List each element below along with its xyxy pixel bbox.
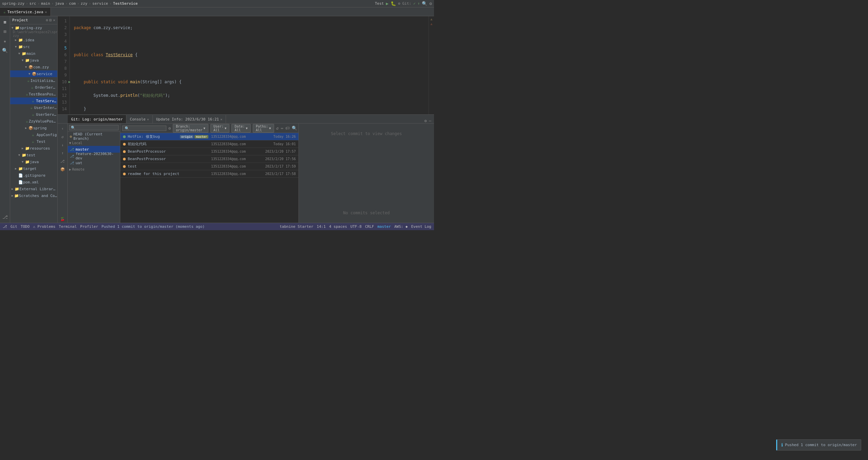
tree-zzyvaluepostprocessor[interactable]: ☕ ZzyValuePostProcessor [10,118,57,125]
tab-update-info[interactable]: Update Info: 2023/6/30 16:21 ✕ [153,115,226,123]
status-git-label[interactable]: Git [11,224,17,229]
tree-target[interactable]: ▶ 📁 target [10,165,57,172]
status-problems-label[interactable]: ⚠ Problems [33,224,55,229]
breadcrumb-main[interactable]: main [41,1,50,6]
git-stash-icon[interactable]: 📦 [59,166,66,173]
commit-row-3[interactable]: BeanPostProcessor 1351228334@qq.com 2023… [120,155,298,163]
tree-com-zzy[interactable]: ▼ 📦 com.zzy [10,64,57,70]
breadcrumb-src[interactable]: src [29,1,36,6]
code-content[interactable]: package com.zzy.service; public class Te… [70,16,429,114]
tree-testservice[interactable]: ☕ TestService [10,97,57,104]
git-refresh-commits-icon[interactable]: ↺ [276,126,279,131]
run-button[interactable]: ▶ [386,1,389,6]
tree-initializationbean[interactable]: ☕ InitializationBean [10,77,57,84]
coverage-button[interactable]: ⚙ [398,1,400,6]
breadcrumb-com[interactable]: com [69,1,76,6]
panel-minimize-icon[interactable]: — [429,118,431,123]
breadcrumb-java[interactable]: java [55,1,64,6]
tree-userinterface[interactable]: ☕ UserInterface [10,104,57,111]
tree-src[interactable]: ▼ 📁 src [10,43,57,50]
commit-row-5[interactable]: readme for this project 1351228334@qq.co… [120,170,298,178]
git-uat-branch[interactable]: ⎇ uat [68,159,120,166]
git-head-branch[interactable]: ⊙ HEAD (Current Branch) [68,133,120,140]
status-encoding[interactable]: UTF-8 [350,224,361,229]
sidebar-collapse-icon[interactable]: ⊟ [49,18,52,22]
sidebar-close-icon[interactable]: ✕ [53,18,55,22]
git-tree-search-input[interactable] [69,125,119,130]
status-todo-label[interactable]: TODO [21,224,30,229]
tree-userservice[interactable]: ☕ UserService [10,111,57,118]
status-profiler-label[interactable]: Profiler [80,224,98,229]
tree-orderservice[interactable]: ☕ OrderService [10,84,57,91]
tree-test-class[interactable]: ☕ Test [10,138,57,145]
tree-main[interactable]: ▼ 📁 main [10,50,57,57]
tree-resources[interactable]: ▶ 📁 resources [10,145,57,152]
tab-git-log[interactable]: Git: Log: origin/master [68,115,126,123]
commit-row-0[interactable]: HotFix: 修复bug origin master 1351228334@q… [120,133,298,140]
sidebar-settings-icon[interactable]: ⚙ [46,18,48,22]
git-cherry-icon[interactable]: 🍒 [59,215,66,223]
commit-row-2[interactable]: BeanPostProcessor 1351228334@qq.com 2023… [120,148,298,155]
breadcrumb-service[interactable]: service [92,1,108,6]
git-push-button[interactable]: ↑ [418,1,420,6]
commit-row-4[interactable]: test 1351228334@qq.com 2023/2/17 17:59 [120,163,298,170]
tree-test[interactable]: ▼ 📁 test [10,152,57,158]
git-remote-section[interactable]: ▶ Remote [68,166,120,172]
search-button[interactable]: 🔍 [422,1,427,6]
tab-console[interactable]: Console ✕ [126,115,152,123]
git-feature-branch[interactable]: ⎇ feature-20230630-dev [68,153,120,159]
tree-idea[interactable]: ▶ 📁 .idea [10,37,57,43]
tree-gitignore[interactable]: 📄 .gitignore [10,172,57,179]
status-indent[interactable]: 4 spaces [329,224,347,229]
tree-test-java[interactable]: ▼ 📁 java [10,158,57,165]
git-refresh-icon[interactable]: ↺ [59,133,66,140]
tree-pom[interactable]: 📄 pom.xml [10,179,57,185]
activity-structure-icon[interactable]: ⊞ [1,27,9,36]
git-tag-icon[interactable]: 🏷 [285,126,290,131]
activity-vcs-icon[interactable]: ⎇ [1,213,9,221]
git-push-icon[interactable]: ↑ [59,149,66,157]
git-search-input[interactable] [122,126,166,131]
code-editor[interactable]: 1 2 3 4 5 6 7 8 9 10 11 12 13 14 [58,16,434,114]
settings-button[interactable]: ⚙ [429,1,432,6]
panel-settings-icon[interactable]: ⚙ [425,118,427,123]
breadcrumb-zzy[interactable]: zzy [81,1,87,6]
status-git-icon[interactable]: ⎇ [3,224,7,229]
status-terminal-label[interactable]: Terminal [59,224,77,229]
tree-spring[interactable]: ▶ 📦 spring [10,125,57,131]
status-event-log[interactable]: Event Log [411,224,431,229]
debug-button[interactable]: 🐛 [391,1,396,6]
tree-external-libs[interactable]: ▶ 📁 External Libraries [10,185,57,192]
activity-bookmark-icon[interactable]: ★ [1,37,9,45]
breadcrumb-spring-zzy[interactable]: spring-zzy [2,1,24,6]
git-commit-button[interactable]: ✓ [413,1,416,6]
activity-search-icon[interactable]: 🔍 [1,46,9,55]
status-aws[interactable]: AWS: ◆ [394,224,408,229]
status-branch[interactable]: master [377,224,391,229]
tab-update-info-close[interactable]: ✕ [220,117,222,121]
tab-close-icon[interactable]: ✕ [45,10,47,14]
git-pull-icon[interactable]: ↓ [59,141,66,149]
tab-testservice[interactable]: ☕ TestService.java ✕ [0,8,51,16]
commit-row-1[interactable]: 初始化代码 1351228334@qq.com Today 16:01 [120,140,298,148]
status-position[interactable]: 14:1 [317,224,326,229]
git-back-icon[interactable]: ‹ [59,125,66,132]
tree-appconfig[interactable]: ☕ AppConfig [10,131,57,138]
git-merge-icon[interactable]: ⇿ [281,126,283,131]
git-date-filter-btn[interactable]: Date: All ▼ [231,124,251,133]
git-search-commits-icon[interactable]: 🔍 [292,126,297,131]
activity-project-icon[interactable]: ≡ [1,18,9,26]
tree-scratches[interactable]: ▶ 📁 Scratches and Consoles [10,192,57,199]
git-branch-icon[interactable]: ⎇ [59,157,66,165]
git-branch-filter-btn[interactable]: Branch: origin/master ▼ [173,124,208,133]
git-user-filter-btn[interactable]: User: All ▼ [210,124,230,133]
git-toolbar-filter-icon[interactable]: ⚙ [168,126,171,131]
breadcrumb-testservice[interactable]: TestService [113,1,138,6]
tab-console-close[interactable]: ✕ [147,117,149,121]
git-paths-filter-btn[interactable]: Paths: All ▼ [253,124,274,133]
tree-testbeanpostprocessor[interactable]: ☕ TestBeanPostProcessor [10,91,57,97]
status-tabnine[interactable]: tabnine Starter [280,224,313,229]
tree-java[interactable]: ▼ 📁 java [10,57,57,64]
tree-service[interactable]: ▼ 📦 service [10,70,57,77]
status-line-ending[interactable]: CRLF [365,224,374,229]
